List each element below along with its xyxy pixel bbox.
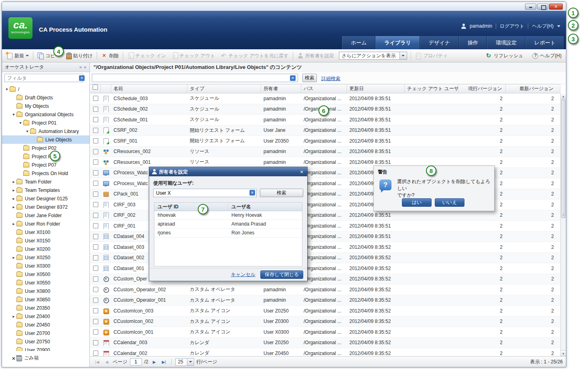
- object-name[interactable]: CCalendar_002: [111, 351, 187, 356]
- previous-page-button[interactable]: [103, 358, 110, 365]
- tree-item[interactable]: Team Folder: [2, 177, 89, 186]
- scrollbar-thumb[interactable]: [561, 100, 566, 218]
- nav-tab[interactable]: デザイナ: [420, 36, 459, 49]
- row-checkbox[interactable]: [93, 351, 98, 356]
- row-checkbox[interactable]: [93, 234, 98, 239]
- tree-item[interactable]: User X0100: [2, 228, 89, 236]
- window-titlebar[interactable]: [2, 2, 566, 11]
- row-checkbox[interactable]: [93, 287, 98, 292]
- tree-item[interactable]: User Z0450: [2, 321, 89, 329]
- tree-item[interactable]: User Jane Folder: [2, 211, 89, 220]
- table-row[interactable]: CSchedule_003 スケジュール pamadmin /Organizat…: [90, 93, 560, 104]
- row-checkbox[interactable]: [93, 107, 98, 112]
- scroll-up-arrow[interactable]: ▲: [561, 93, 566, 99]
- column-header-latest-version[interactable]: 最新バージョン: [506, 85, 560, 93]
- row-checkbox[interactable]: [93, 149, 98, 154]
- tree-item[interactable]: Projects On Hold: [2, 169, 89, 177]
- row-checkbox[interactable]: [93, 223, 98, 228]
- tree-item[interactable]: Draft Objects: [2, 93, 89, 102]
- logout-link[interactable]: ログアウト: [500, 23, 524, 30]
- user-search-button[interactable]: 検索: [260, 189, 303, 197]
- column-header-checkout-user[interactable]: チェック アウト ユーザ: [405, 85, 458, 93]
- row-checkbox[interactable]: [93, 170, 98, 175]
- user-row[interactable]: hhoevak Henry Hoevak: [154, 211, 302, 220]
- save-and-close-button[interactable]: 保存して閉じる: [260, 270, 303, 279]
- tree-item[interactable]: User Ron Folder: [2, 220, 89, 228]
- tree-item[interactable]: User X0550: [2, 278, 89, 287]
- paste-button[interactable]: 貼り付け: [63, 52, 95, 60]
- first-page-button[interactable]: [93, 358, 101, 365]
- object-name[interactable]: CResources_002: [111, 149, 187, 154]
- user-row[interactable]: aprasad Amanda Prasad: [154, 220, 302, 229]
- minimize-button[interactable]: [525, 4, 536, 10]
- column-header-current-version[interactable]: 現行バージョン: [458, 85, 506, 93]
- tree-item[interactable]: User Z0750: [2, 337, 89, 346]
- page-number-input[interactable]: [130, 358, 142, 365]
- tree-expand-arrow[interactable]: [11, 255, 16, 260]
- tree-item[interactable]: User X0850: [2, 295, 89, 304]
- advanced-search-link[interactable]: 詳細検索: [321, 75, 341, 82]
- table-row[interactable]: CSRF_002 開始リクエスト フォーム User Jane /Organiz…: [90, 125, 560, 136]
- tree-expand-arrow[interactable]: [18, 121, 23, 125]
- vertical-scrollbar[interactable]: ▲ ▼: [560, 93, 566, 356]
- tree-item[interactable]: User Designer 8372: [2, 203, 89, 211]
- new-button[interactable]: 新規: [4, 52, 31, 60]
- tree-item[interactable]: Team Templates: [2, 186, 89, 194]
- row-checkbox[interactable]: [93, 244, 98, 250]
- tree-item[interactable]: User Z0700: [2, 329, 89, 337]
- rows-per-page-value[interactable]: 25: [175, 358, 187, 366]
- object-name[interactable]: CCustomIcon_001: [111, 329, 187, 335]
- table-row[interactable]: CCustomIcon_001 カスタム アイコン User X0300 /Or…: [90, 327, 560, 338]
- help-menu[interactable]: ヘルプ(H): [532, 23, 554, 30]
- nav-tab[interactable]: レポート: [525, 36, 564, 49]
- tree-item[interactable]: Project P03: [2, 152, 89, 161]
- row-checkbox[interactable]: [93, 138, 98, 143]
- tree-expand-arrow[interactable]: [11, 196, 16, 201]
- table-row[interactable]: CCustom_Operator_001 カスタム オペレータ pamadmin…: [90, 295, 560, 306]
- clear-search-icon[interactable]: [290, 75, 296, 81]
- recycle-bin[interactable]: ごみ箱: [2, 353, 39, 362]
- tree-item[interactable]: User Z0900: [2, 346, 89, 351]
- table-row[interactable]: CResources_002 リソース pamadmin /Organizati…: [90, 147, 560, 157]
- search-button[interactable]: 検索: [302, 74, 317, 82]
- help-button[interactable]: ヘルプ(H): [530, 52, 564, 60]
- object-name[interactable]: CCustomIcon_003: [111, 308, 187, 314]
- user-search-input[interactable]: [153, 189, 257, 197]
- user-row[interactable]: rjones Ron Jones: [154, 229, 302, 238]
- object-name[interactable]: CCalendar_003: [111, 340, 187, 345]
- undo-checkout-button[interactable]: チェック アウトを元に戻す: [218, 52, 290, 60]
- tree-item[interactable]: User Z0350: [2, 304, 89, 312]
- column-header-name[interactable]: 名前: [111, 85, 187, 93]
- row-checkbox[interactable]: [93, 128, 98, 133]
- tree-item[interactable]: My Objects: [2, 102, 89, 110]
- object-name[interactable]: CSchedule_002: [111, 106, 187, 112]
- refresh-button[interactable]: リフレッシュ: [484, 52, 525, 60]
- clear-user-search-icon[interactable]: [249, 190, 255, 196]
- row-checkbox[interactable]: [93, 96, 98, 101]
- row-checkbox[interactable]: [93, 298, 98, 303]
- table-row[interactable]: CCustomIcon_003 カスタム アイコン User Z0250 /Or…: [90, 306, 560, 317]
- row-checkbox[interactable]: [93, 159, 98, 165]
- tree-item[interactable]: User Z0400: [2, 312, 89, 321]
- tree-expand-arrow[interactable]: [11, 314, 16, 319]
- table-row[interactable]: CCustomIcon_002 カスタム アイコン User Z0300 /Or…: [90, 317, 560, 327]
- more-actions-value[interactable]: さらにアクションを表示: [339, 52, 400, 60]
- new-dropdown-caret[interactable]: [26, 55, 29, 56]
- row-checkbox[interactable]: [93, 202, 98, 207]
- object-name[interactable]: CResources_001: [111, 159, 187, 165]
- next-page-button[interactable]: [151, 358, 158, 365]
- last-page-button[interactable]: [160, 358, 168, 365]
- tree-expand-arrow[interactable]: [25, 129, 30, 133]
- nav-tab[interactable]: ライブラリ: [375, 36, 420, 49]
- dialog-titlebar[interactable]: 所有者を設定: [149, 167, 307, 176]
- column-header-user-name[interactable]: ユーザ名: [228, 203, 302, 211]
- chevron-down-icon[interactable]: [557, 25, 560, 27]
- tree-item[interactable]: Organizational Objects: [2, 110, 89, 119]
- filter-input[interactable]: [4, 74, 83, 82]
- tree-item[interactable]: User X0500: [2, 270, 89, 278]
- tree-item[interactable]: /: [2, 85, 89, 93]
- tree-item[interactable]: User Designer 0125: [2, 194, 89, 203]
- object-name[interactable]: CCustom_Operator_002: [111, 287, 187, 292]
- column-header-type[interactable]: タイプ: [187, 85, 261, 93]
- table-row[interactable]: CSchedule_001 スケジュール pamadmin /Organizat…: [90, 115, 560, 125]
